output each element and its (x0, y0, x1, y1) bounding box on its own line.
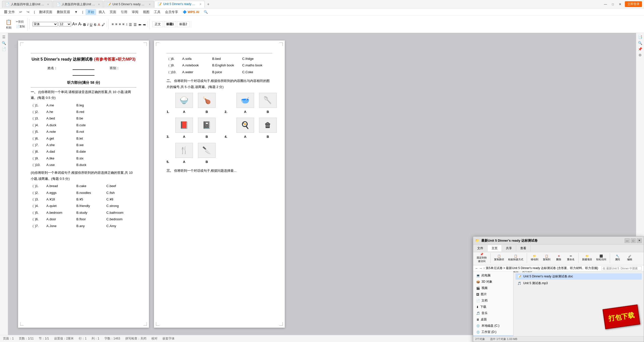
paste-shortcut-icon: 📋 (514, 254, 517, 258)
align-center-btn[interactable]: ≡ (115, 22, 117, 26)
menu-start[interactable]: 开始 (86, 9, 96, 15)
bullet-list-btn[interactable]: ☰ (129, 23, 132, 27)
menu-tools[interactable]: 工具 (152, 9, 163, 15)
status-font-embed[interactable]: 嵌套字体 (163, 336, 175, 341)
number-list-btn[interactable]: ☰ (134, 23, 137, 27)
fm-search-input[interactable] (601, 266, 642, 270)
nav-downloads[interactable]: ⬇ 下载 (473, 304, 513, 310)
login-button[interactable]: 立即登录 (625, 1, 642, 7)
style-normal[interactable]: 正文 (152, 21, 163, 27)
underline-btn[interactable]: U (90, 23, 92, 27)
menu-insert[interactable]: 插入 (97, 9, 107, 15)
nav-video[interactable]: 🎬 视频 (473, 285, 513, 291)
menu-delete-header[interactable]: 删除页眉 (55, 9, 72, 15)
indent-decrease-btn[interactable]: ⬅ (138, 23, 141, 27)
align-right-btn[interactable]: ≡ (119, 22, 121, 26)
tab-1[interactable]: 📄 人教版四年级上册Unit 5 单元质量... ✕ (2, 1, 52, 8)
menu-reference[interactable]: 引用 (119, 9, 129, 15)
highlight-btn[interactable]: 🖊 (102, 23, 105, 27)
fm-btn-edit[interactable]: 🖊 编辑 (624, 254, 635, 262)
drag-handle[interactable]: ⠿ (14, 43, 17, 50)
close-button[interactable]: ✕ (617, 3, 623, 6)
menu-review[interactable]: 审阅 (130, 9, 140, 15)
file-item-2[interactable]: 🎵 Unit 5 测试卷.mp3 (515, 280, 642, 286)
ribbon-cut-btn[interactable]: ✂ 剪切 (15, 20, 26, 24)
forward-btn[interactable]: → (479, 267, 482, 270)
menu-undo[interactable]: ↩ (17, 9, 24, 15)
right-sidebar-icon3[interactable]: 📌 (638, 47, 642, 51)
fm-maximize-btn[interactable]: □ (631, 238, 636, 243)
status-proofread[interactable]: 校对 (151, 336, 157, 341)
fm-btn-properties[interactable]: 🔧 属性 (612, 254, 623, 262)
strikethrough-btn[interactable]: S (94, 23, 96, 27)
ribbon-copy-btn[interactable]: 📄 复制 (15, 24, 26, 29)
nav-d-drive[interactable]: 💿 工作室 (D:) (473, 329, 513, 335)
fm-tab-share[interactable]: 共享 (502, 245, 516, 251)
fm-btn-delete[interactable]: ✕ 删除 (553, 254, 564, 262)
nav-music[interactable]: 🎵 音乐 (473, 310, 513, 316)
style-heading2[interactable]: 标题2 (177, 21, 189, 27)
fm-btn-copy-to[interactable]: 📋 复制到 (541, 254, 552, 262)
justify-btn[interactable]: ≡ (122, 22, 124, 26)
font-size-select[interactable]: 12 (59, 22, 71, 26)
fm-btn-new-item[interactable]: 📁 新建项目 (581, 254, 594, 262)
tab-4-close[interactable]: ✕ (199, 3, 202, 6)
bold-btn[interactable]: B (83, 23, 86, 27)
menu-file[interactable]: ☰ 文件 (2, 9, 17, 15)
fm-tab-home[interactable]: 主页 (488, 245, 502, 251)
fm-tab-view[interactable]: 查看 (516, 245, 531, 251)
sidebar-thumbnail-icon[interactable]: 📄 (2, 47, 6, 51)
tab-3[interactable]: 📝 Unit 5 Dinner's ready 达标测试... ✕ (104, 1, 154, 8)
right-sidebar-icon1[interactable]: 📑 (638, 35, 642, 39)
nav-desktop[interactable]: 🖥 桌面 (473, 316, 513, 323)
right-sidebar-icon2[interactable]: 🔍 (638, 41, 642, 45)
menu-search[interactable]: 🔍 (202, 9, 210, 15)
tab-3-close[interactable]: ✕ (149, 3, 151, 6)
align-left-btn[interactable]: ≡ (112, 22, 114, 26)
sidebar-zoom-icon[interactable]: 🔍 (2, 41, 6, 45)
fm-btn-move-to[interactable]: 📁 移动到 (529, 254, 540, 262)
line-spacing-btn[interactable]: ↕ (126, 22, 128, 26)
style-heading1[interactable]: 标题1 (164, 21, 176, 27)
fm-btn-rename[interactable]: ✏ 重命名 (565, 254, 576, 262)
minimize-button[interactable]: — (602, 3, 609, 6)
fm-btn-paste-shortcut[interactable]: 📋 粘贴快捷方式 (507, 254, 525, 262)
fm-tab-file[interactable]: 文件 (473, 245, 488, 251)
nav-c-drive[interactable]: 💿 本地磁盘 (C:) (473, 323, 513, 329)
pictures-icon: 🖼 (476, 293, 479, 296)
menu-format-selector[interactable]: ▼ (72, 9, 80, 15)
font-family-select[interactable]: 宋体 (32, 22, 58, 26)
fm-btn-pin[interactable]: 📌 固定到快速访问 (475, 252, 488, 264)
fm-btn-copy-path[interactable]: 📋 复制路径 (493, 254, 506, 262)
tab-2[interactable]: 📄 人教版四年级上册Unit 5 单元质量... ✕ (53, 1, 103, 8)
fm-minimize-btn[interactable]: — (625, 238, 630, 243)
menu-wps-ai[interactable]: 🔷 WPS AI (181, 9, 201, 15)
menu-translate[interactable]: 翻译页面 (37, 9, 54, 15)
tab-4[interactable]: 📝 Unit 5 Dinner's ready 达标... ✕ (154, 1, 205, 8)
font-color-btn[interactable]: A (98, 23, 100, 27)
tab-2-close[interactable]: ✕ (98, 3, 100, 6)
right-sidebar-icon4[interactable]: ⚙ (638, 53, 642, 57)
italic-btn[interactable]: I (87, 23, 88, 27)
fm-btn-easy-access[interactable]: ⬛ 轻松访问 (595, 254, 608, 262)
maximize-button[interactable]: □ (611, 3, 615, 6)
sidebar-nav-icon[interactable]: ☰ (2, 35, 6, 39)
new-tab-button[interactable]: + (205, 1, 211, 7)
indent-increase-btn[interactable]: ➡ (143, 23, 146, 27)
back-btn[interactable]: ← (475, 267, 478, 270)
tab-1-close[interactable]: ✕ (47, 3, 49, 6)
nav-computer[interactable]: 💻 此电脑 (473, 272, 513, 279)
nav-documents[interactable]: 📄 文档 (473, 297, 513, 304)
up-btn[interactable]: ↑ (483, 267, 485, 270)
nav-pictures[interactable]: 🖼 图片 (473, 291, 513, 297)
menu-vip[interactable]: 会员专享 (163, 9, 180, 15)
file-item-1[interactable]: 📝 Unit 5 Dinner's ready 达标测试卷.doc (515, 273, 642, 280)
menu-page[interactable]: 页面 (108, 9, 118, 15)
font-size-down[interactable]: A- (78, 22, 82, 26)
menu-redo[interactable]: ↪ (25, 9, 31, 15)
ribbon-paste-btn[interactable]: 📋 粘贴 (4, 18, 14, 30)
menu-view[interactable]: 视图 (141, 9, 151, 15)
fm-close-btn[interactable]: ✕ (637, 238, 642, 243)
nav-3d[interactable]: 📦 3D 对象 (473, 279, 513, 285)
font-size-up[interactable]: A+ (72, 22, 77, 26)
